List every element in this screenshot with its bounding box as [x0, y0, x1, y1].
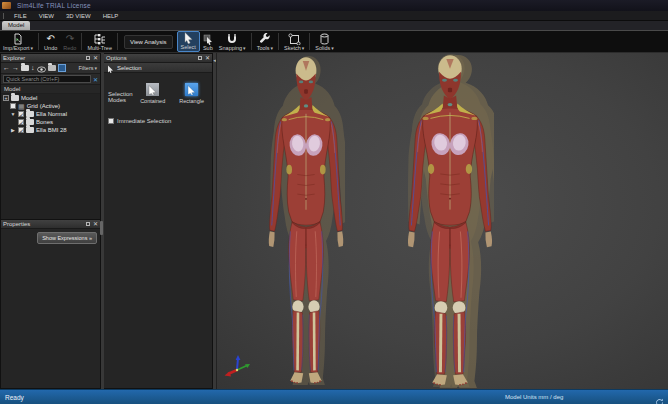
- toolbar-separator: [309, 33, 310, 50]
- nav-forward-icon[interactable]: →: [12, 64, 19, 72]
- model-ella-normal[interactable]: [267, 55, 345, 388]
- app-logo-icon: [2, 2, 11, 9]
- expander-open-icon[interactable]: ▼: [10, 111, 16, 117]
- 3d-viewport[interactable]: [216, 53, 668, 389]
- immediate-selection-row[interactable]: Immediate Selection: [104, 104, 212, 124]
- refresh-icon[interactable]: [655, 393, 664, 404]
- menu-help[interactable]: HELP: [97, 13, 125, 19]
- dropdown-arrow-icon: ▾: [94, 65, 97, 71]
- multi-tree-button[interactable]: Multi-Tree: [84, 31, 115, 52]
- explorer-toolbar: ← → ↓ Filters▾: [1, 63, 100, 74]
- close-panel-icon[interactable]: ✕: [93, 221, 98, 227]
- imp-export-button[interactable]: Imp/Export▾: [0, 31, 36, 52]
- tree-row-ella-bmi28[interactable]: ▶ Ella BMI 28: [1, 126, 100, 134]
- tools-button[interactable]: Tools▾: [254, 31, 276, 52]
- visibility-checkbox[interactable]: [10, 103, 16, 109]
- main-toolbar: Imp/Export▾ ↶ Undo ↷ Redo Multi-Tree Vie…: [0, 31, 668, 53]
- dropdown-arrow-icon[interactable]: ▾: [270, 45, 273, 51]
- float-panel-icon[interactable]: [86, 56, 90, 60]
- import-arrow-icon[interactable]: ↓: [31, 64, 35, 72]
- show-expressions-button[interactable]: Show Expressions »: [37, 232, 97, 244]
- multi-tree-icon: [93, 33, 107, 45]
- clear-search-icon[interactable]: ✕: [93, 76, 98, 83]
- tree-row-bones[interactable]: Bones: [1, 118, 100, 126]
- search-row: ✕: [1, 74, 100, 85]
- options-header: Options ✕: [104, 54, 212, 63]
- folder-icon: [11, 95, 19, 101]
- tree-row-grid[interactable]: ▦ Grid (Active): [1, 102, 100, 110]
- visibility-checkbox[interactable]: [18, 111, 24, 117]
- menu-file[interactable]: FILE: [8, 13, 33, 19]
- view-analysis-button[interactable]: View Analysis: [124, 35, 173, 49]
- title-bar: Sim4Life TRIAL License: [0, 0, 668, 11]
- grid-icon: ▦: [18, 103, 25, 110]
- folder-icon[interactable]: [21, 65, 29, 71]
- tree-row-model[interactable]: + Model: [1, 94, 100, 102]
- properties-header: Properties ✕: [1, 220, 100, 229]
- sub-cursor-icon: [203, 33, 213, 45]
- menu-view[interactable]: VIEW: [33, 13, 60, 19]
- selection-cursor-icon: [107, 59, 114, 77]
- status-ready: Ready: [5, 394, 24, 401]
- window-title: Sim4Life TRIAL License: [17, 2, 91, 9]
- selection-modes-row: Selection Modes Contained Rectangle: [104, 73, 212, 104]
- splitter-grip[interactable]: [100, 221, 103, 235]
- sketch-button[interactable]: Sketch▾: [281, 31, 307, 52]
- folder-icon: [26, 127, 34, 133]
- visibility-checkbox[interactable]: [18, 119, 24, 125]
- undo-button[interactable]: ↶ Undo: [41, 31, 60, 52]
- dropdown-arrow-icon[interactable]: ▾: [302, 45, 305, 51]
- options-panel: Options ✕ Selection Selection Modes C: [103, 53, 213, 389]
- tree-column-header: Model: [1, 85, 100, 94]
- immediate-selection-checkbox[interactable]: [108, 118, 114, 124]
- visibility-checkbox[interactable]: [18, 127, 24, 133]
- properties-panel: Properties ✕ Show Expressions »: [0, 219, 101, 389]
- model-ella-bmi-28[interactable]: [406, 53, 494, 389]
- explorer-header: Explorer ✕: [1, 54, 100, 63]
- dropdown-arrow-icon[interactable]: ▾: [31, 45, 34, 51]
- contained-mode-icon: [146, 83, 159, 96]
- quick-search-input[interactable]: [3, 75, 91, 83]
- redo-button[interactable]: ↷ Redo: [60, 31, 79, 52]
- close-panel-icon[interactable]: ✕: [93, 55, 98, 61]
- expander-plus-icon[interactable]: +: [3, 95, 9, 101]
- tab-strip: Model: [0, 21, 668, 31]
- explorer-panel: Explorer ✕ ← → ↓ Filters▾ ✕ Model: [0, 53, 101, 219]
- toolbar-separator: [117, 33, 118, 50]
- application-window: Sim4Life TRIAL License FILE VIEW 3D VIEW…: [0, 0, 668, 404]
- main-area: Explorer ✕ ← → ↓ Filters▾ ✕ Model: [0, 53, 668, 389]
- dropdown-arrow-icon[interactable]: ▾: [331, 45, 334, 51]
- open-folder-icon[interactable]: [48, 65, 56, 71]
- toolbar-separator: [251, 33, 252, 50]
- rectangle-mode-icon: [185, 83, 198, 96]
- tree-row-ella-normal[interactable]: ▼ Ella Normal: [1, 110, 100, 118]
- isolate-view-icon[interactable]: [58, 64, 66, 72]
- expander-closed-icon[interactable]: ▶: [10, 127, 16, 133]
- toolbar-separator: [38, 33, 39, 50]
- tab-model[interactable]: Model: [2, 21, 30, 30]
- wrench-icon: [259, 33, 271, 45]
- select-button[interactable]: Select: [177, 31, 200, 52]
- dropdown-arrow-icon[interactable]: ▾: [243, 45, 246, 51]
- snapping-button[interactable]: Snapping▾: [216, 31, 249, 52]
- menu-grip: [3, 13, 4, 19]
- sub-select-button[interactable]: Sub: [200, 31, 216, 52]
- menu-3d-view[interactable]: 3D VIEW: [60, 13, 97, 19]
- solids-button[interactable]: Solids▾: [312, 31, 337, 52]
- status-bar: Ready Model Units mm / deg: [0, 389, 668, 404]
- toolbar-separator: [278, 33, 279, 50]
- properties-title: Properties: [3, 221, 86, 227]
- nav-back-icon[interactable]: ←: [3, 64, 10, 72]
- float-panel-icon[interactable]: [86, 222, 90, 226]
- filters-dropdown[interactable]: Filters▾: [79, 65, 99, 71]
- undo-icon: ↶: [46, 33, 54, 45]
- mode-rectangle[interactable]: Rectangle: [179, 83, 204, 104]
- status-units: Model Units mm / deg: [505, 394, 563, 400]
- selection-section-header[interactable]: Selection: [104, 63, 212, 73]
- mode-contained[interactable]: Contained: [140, 83, 165, 104]
- float-panel-icon[interactable]: [198, 56, 202, 60]
- select-cursor-icon: [183, 32, 194, 44]
- cylinder-icon: [319, 33, 330, 45]
- magnet-icon: [226, 33, 238, 45]
- close-panel-icon[interactable]: ✕: [205, 55, 210, 61]
